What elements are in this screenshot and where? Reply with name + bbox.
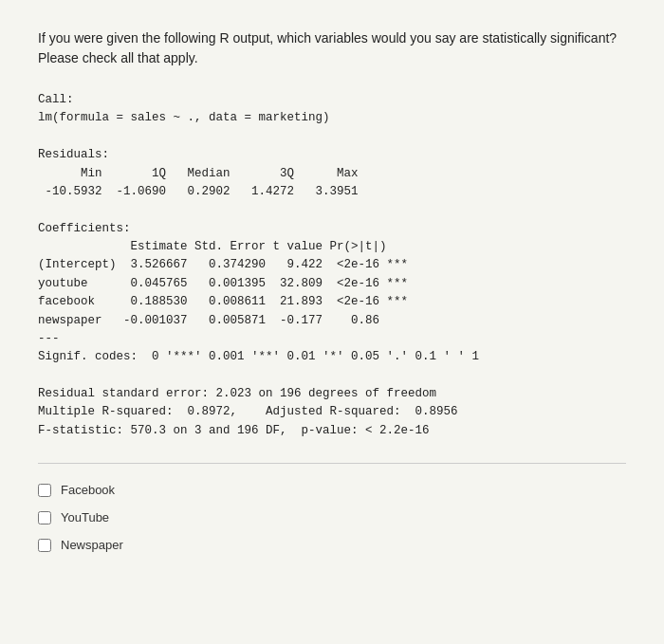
checkbox-youtube[interactable] [38, 511, 51, 524]
checkbox-newspaper[interactable] [38, 539, 51, 552]
checkbox-section: FacebookYouTubeNewspaper [38, 483, 626, 552]
r-output-block: Call: lm(formula = sales ~ ., data = mar… [38, 91, 626, 440]
checkbox-item-newspaper[interactable]: Newspaper [38, 538, 626, 552]
checkbox-label-facebook: Facebook [61, 483, 115, 497]
checkbox-label-youtube: YouTube [61, 510, 109, 524]
question-text: If you were given the following R output… [38, 28, 626, 68]
checkbox-item-youtube[interactable]: YouTube [38, 510, 626, 524]
page-container: If you were given the following R output… [0, 0, 664, 644]
checkbox-facebook[interactable] [38, 484, 51, 497]
checkbox-item-facebook[interactable]: Facebook [38, 483, 626, 497]
checkbox-label-newspaper: Newspaper [61, 538, 123, 552]
divider [38, 463, 626, 464]
